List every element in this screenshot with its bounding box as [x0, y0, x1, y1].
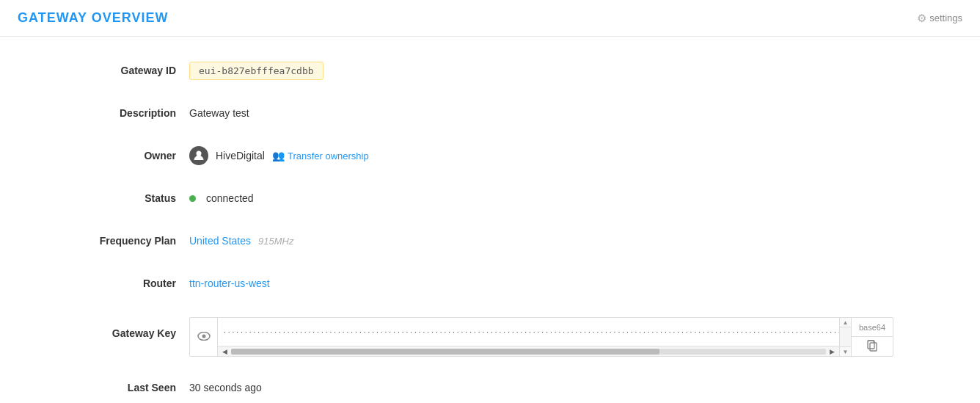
top-bar: GATEWAY OVERVIEW ⚙ settings	[0, 0, 980, 37]
status-text: connected	[206, 192, 254, 204]
transfer-icon: 👥	[272, 150, 285, 161]
router-value: ttn-router-us-west	[189, 277, 270, 289]
svg-rect-3	[870, 343, 877, 351]
description-row: Description Gateway test	[29, 101, 851, 125]
last-seen-value: 30 seconds ago	[189, 382, 262, 393]
status-value: connected	[189, 192, 254, 204]
key-horizontal-scrollbar[interactable]: ◀ ▶	[218, 346, 839, 356]
scroll-track[interactable]	[231, 349, 826, 355]
router-text: ttn-router-us-west	[189, 277, 270, 289]
eye-icon	[197, 330, 211, 344]
owner-row: Owner HiveDigital 👥 Transfer ownership	[29, 144, 851, 167]
scroll-thumb	[231, 349, 659, 355]
frequency-plan-value: United States 915MHz	[189, 235, 293, 247]
copy-icon	[867, 340, 877, 354]
key-vertical-scrollbar[interactable]: ▲ ▼	[839, 318, 851, 356]
frequency-plan-main: United States	[189, 235, 251, 247]
gateway-key-dots-area: ········································…	[218, 318, 839, 356]
owner-avatar	[189, 146, 208, 165]
owner-name: HiveDigital	[216, 150, 265, 161]
transfer-ownership-label: Transfer ownership	[288, 150, 369, 161]
frequency-plan-label: Frequency Plan	[29, 235, 176, 247]
last-seen-row: Last Seen 30 seconds ago	[29, 376, 851, 399]
gear-icon: ⚙	[917, 12, 926, 25]
base64-button[interactable]: base64	[852, 318, 893, 337]
status-row: Status connected	[29, 186, 851, 210]
gateway-key-value: ········································…	[189, 317, 893, 357]
description-value: Gateway test	[189, 107, 249, 119]
svg-point-2	[202, 335, 205, 338]
gateway-id-badge: eui-b827ebfffea7cdbb	[189, 62, 323, 80]
status-dot	[189, 195, 196, 202]
gateway-id-row: Gateway ID eui-b827ebfffea7cdbb	[29, 59, 851, 82]
scroll-right-button[interactable]: ▶	[827, 348, 838, 355]
content-area: Gateway ID eui-b827ebfffea7cdbb Descript…	[0, 37, 880, 403]
gateway-key-container: ········································…	[189, 317, 893, 357]
description-label: Description	[29, 107, 176, 119]
scroll-left-button[interactable]: ◀	[219, 348, 230, 355]
router-label: Router	[29, 277, 176, 289]
scroll-up-button[interactable]: ▲	[840, 318, 851, 327]
last-seen-label: Last Seen	[29, 382, 176, 393]
owner-value: HiveDigital 👥 Transfer ownership	[189, 146, 369, 165]
description-text: Gateway test	[189, 107, 249, 119]
copy-key-button[interactable]	[852, 337, 893, 356]
status-label: Status	[29, 192, 176, 204]
owner-label: Owner	[29, 150, 176, 161]
scroll-v-track	[840, 327, 851, 346]
gateway-key-row: Gateway Key ····························…	[29, 314, 851, 357]
frequency-plan-row: Frequency Plan United States 915MHz	[29, 229, 851, 253]
svg-point-0	[197, 151, 202, 156]
toggle-key-visibility-button[interactable]	[190, 318, 218, 356]
gateway-id-value: eui-b827ebfffea7cdbb	[189, 62, 323, 80]
gateway-key-label: Gateway Key	[29, 317, 176, 339]
key-format-buttons: base64	[851, 318, 893, 356]
scroll-down-button[interactable]: ▼	[840, 346, 851, 356]
settings-link[interactable]: ⚙ settings	[917, 12, 962, 25]
last-seen-text: 30 seconds ago	[189, 382, 262, 393]
transfer-ownership-link[interactable]: 👥 Transfer ownership	[272, 150, 369, 161]
settings-label: settings	[929, 12, 962, 23]
gateway-id-label: Gateway ID	[29, 65, 176, 76]
frequency-plan-sub: 915MHz	[258, 236, 293, 247]
gateway-key-dots: ········································…	[218, 318, 839, 346]
router-row: Router ttn-router-us-west	[29, 272, 851, 295]
page-title: GATEWAY OVERVIEW	[18, 10, 168, 26]
